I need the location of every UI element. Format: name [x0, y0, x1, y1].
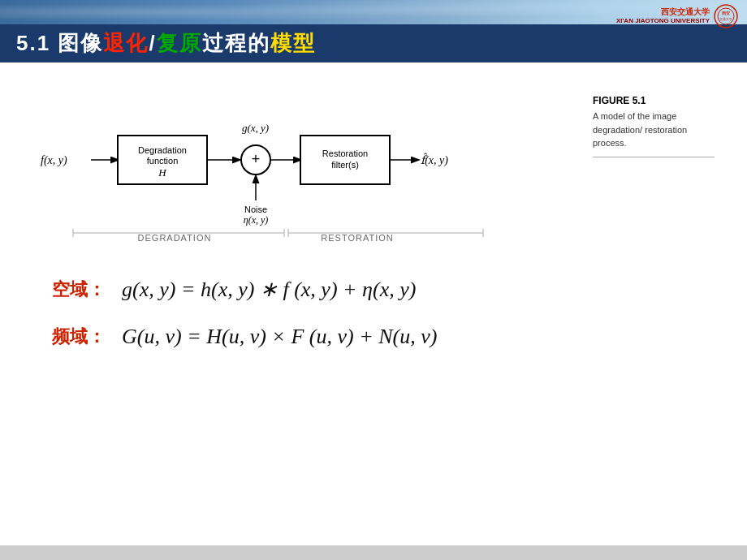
svg-text:function: function: [147, 156, 179, 166]
university-logo: 西安交通大学 XI'AN JIAOTONG UNIVERSITY 西安 交通大学: [616, 3, 739, 29]
slide-title: 5.1 图像退化/复原过程的模型: [16, 29, 316, 58]
diagram-section: f(x, y) Degradation function H + g(x, y): [32, 87, 715, 252]
svg-text:Noise: Noise: [244, 205, 267, 214]
slide: 西安交通大学 XI'AN JIAOTONG UNIVERSITY 西安 交通大学…: [0, 0, 747, 560]
svg-text:交通大学: 交通大学: [719, 17, 732, 21]
title-red: 退化: [103, 31, 149, 55]
spatial-label: 空域：: [41, 278, 106, 302]
title-bar: 5.1 图像退化/复原过程的模型: [0, 24, 747, 62]
input-signal-label: f(x, y): [41, 154, 67, 167]
svg-text:RESTORATION: RESTORATION: [321, 233, 393, 243]
title-model: 模型: [270, 31, 316, 55]
svg-text:西安: 西安: [722, 11, 730, 15]
svg-text:+: +: [252, 151, 261, 167]
svg-text:g(x, y): g(x, y): [242, 122, 269, 134]
svg-text:Restoration: Restoration: [322, 149, 368, 158]
svg-text:η(x, y): η(x, y): [244, 214, 269, 226]
title-slash: /: [149, 31, 156, 55]
block-diagram: f(x, y) Degradation function H + g(x, y): [32, 87, 576, 252]
svg-text:filter(s): filter(s): [331, 160, 359, 170]
main-content: f(x, y) Degradation function H + g(x, y): [0, 62, 747, 388]
logo-emblem: 西安 交通大学: [713, 3, 739, 29]
figure-caption: FIGURE 5.1 A model of the image degradat…: [593, 87, 715, 157]
svg-text:Degradation: Degradation: [138, 145, 187, 155]
spatial-formula: g(x, y) = h(x, y) ∗ f (x, y) + η(x, y): [122, 277, 416, 302]
title-middle: 过程的: [202, 31, 270, 55]
title-green: 复原: [157, 31, 202, 55]
title-prefix: 5.1 图像: [16, 31, 103, 55]
svg-text:H: H: [158, 166, 166, 179]
equation-row-spatial: 空域： g(x, y) = h(x, y) ∗ f (x, y) + η(x, …: [41, 277, 706, 302]
svg-text:DEGRADATION: DEGRADATION: [138, 233, 212, 243]
diagram-svg: f(x, y) Degradation function H + g(x, y): [32, 87, 536, 249]
logo-text: 西安交通大学 XI'AN JIAOTONG UNIVERSITY: [616, 7, 710, 25]
frequency-formula: G(u, v) = H(u, v) × F (u, v) + N(u, v): [122, 325, 437, 349]
frequency-label: 频域：: [41, 325, 106, 349]
figure-description: A model of the image degradation/ restor…: [593, 110, 715, 150]
equation-row-frequency: 频域： G(u, v) = H(u, v) × F (u, v) + N(u, …: [41, 325, 706, 349]
bottom-bar: [0, 545, 747, 560]
svg-text:f̂(x, y): f̂(x, y): [421, 153, 448, 167]
figure-title: FIGURE 5.1: [593, 95, 715, 106]
equations-section: 空域： g(x, y) = h(x, y) ∗ f (x, y) + η(x, …: [32, 277, 715, 349]
